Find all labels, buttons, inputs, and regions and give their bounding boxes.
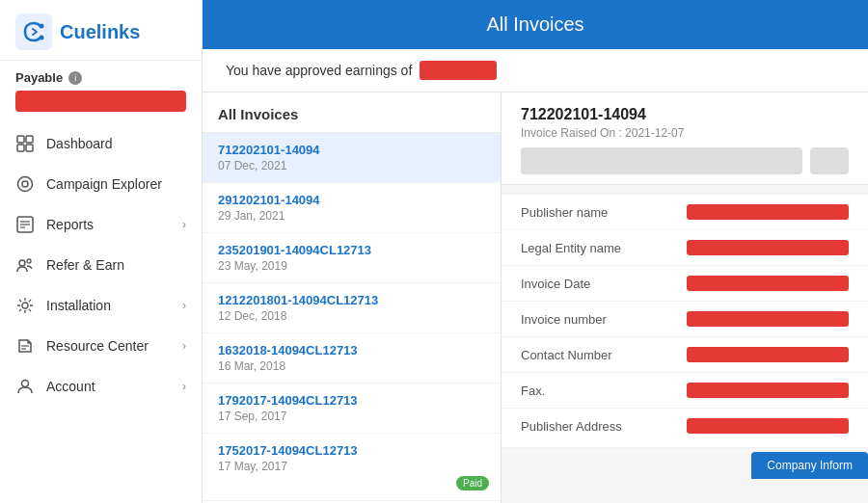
field-value-contact-number — [687, 347, 849, 362]
svg-point-15 — [22, 303, 28, 308]
invoice-date-2: 23 May, 2019 — [218, 259, 485, 273]
svg-rect-0 — [15, 13, 52, 50]
field-value-publisher-address — [687, 418, 849, 434]
svg-point-7 — [18, 177, 33, 192]
account-icon — [15, 377, 35, 396]
invoice-item-2[interactable]: 235201901-14094CL12713 23 May, 2019 — [203, 233, 501, 283]
detail-invoice-number: 712202101-14094 — [521, 106, 849, 123]
sidebar-item-reports[interactable]: Reports › — [0, 204, 202, 245]
invoice-date-5: 17 Sep, 2017 — [218, 410, 485, 423]
invoice-date-3: 12 Dec, 2018 — [218, 309, 485, 323]
field-value-invoice-date — [687, 276, 849, 291]
main-content: All Invoices You have approved earnings … — [203, 0, 868, 503]
invoice-item-3[interactable]: 1212201801-14094CL12713 12 Dec, 2018 — [203, 283, 501, 333]
invoice-number-5: 1792017-14094CL12713 — [218, 393, 485, 408]
payable-amount-redacted — [15, 91, 186, 112]
two-panel: All Invoices 712202101-14094 07 Dec, 202… — [203, 93, 868, 503]
svg-rect-6 — [26, 145, 33, 151]
field-label-contact-number: Contact Number — [521, 348, 675, 362]
invoice-number-6: 1752017-14094CL12713 — [218, 443, 485, 458]
sidebar-logo: Cuelinks — [0, 0, 202, 61]
sidebar-item-refer-label: Refer & Earn — [46, 257, 124, 273]
detail-fields: Publisher name Legal Entity name Invoice… — [502, 195, 868, 448]
payable-label: Payable — [15, 70, 63, 85]
field-row-invoice-number: Invoice number — [502, 302, 868, 337]
sidebar-item-installation[interactable]: Installation › — [0, 285, 202, 326]
payable-info-icon[interactable]: i — [68, 71, 82, 85]
sidebar: Cuelinks Payable i Dashboard — [0, 0, 203, 503]
field-label-publisher-name: Publisher name — [521, 205, 675, 220]
resource-icon — [15, 336, 35, 356]
sidebar-navigation: Dashboard Campaign Explorer — [0, 119, 202, 503]
invoice-item-1[interactable]: 291202101-14094 29 Jan, 2021 — [203, 183, 501, 233]
sidebar-item-resource-center[interactable]: Resource Center › — [0, 326, 202, 366]
detail-redacted-bar-2 — [810, 147, 849, 174]
field-label-invoice-number: Invoice number — [521, 312, 675, 327]
cuelinks-logo-icon — [15, 13, 52, 50]
field-label-fax: Fax. — [521, 384, 675, 398]
detail-redacted-bar-1 — [521, 147, 802, 174]
sidebar-item-campaign-label: Campaign Explorer — [46, 176, 162, 192]
sidebar-item-dashboard[interactable]: Dashboard — [0, 123, 202, 164]
invoice-list-header: All Invoices — [203, 93, 501, 133]
sidebar-item-reports-label: Reports — [46, 217, 94, 232]
installation-icon — [15, 296, 35, 315]
svg-point-2 — [40, 36, 44, 40]
field-label-invoice-date: Invoice Date — [521, 277, 675, 291]
invoice-item-6[interactable]: 1752017-14094CL12713 17 May, 2017 Paid — [203, 434, 501, 501]
invoice-date-4: 16 Mar, 2018 — [218, 359, 485, 373]
resource-chevron-icon: › — [182, 339, 186, 353]
sidebar-item-refer-earn[interactable]: Refer & Earn — [0, 245, 202, 285]
campaign-icon — [15, 174, 35, 194]
invoice-number-1: 291202101-14094 — [218, 193, 485, 207]
svg-point-14 — [27, 259, 31, 263]
invoice-list-scroll: 712202101-14094 07 Dec, 2021 291202101-1… — [203, 133, 501, 503]
invoice-item-5[interactable]: 1792017-14094CL12713 17 Sep, 2017 — [203, 384, 501, 434]
svg-rect-4 — [26, 136, 33, 143]
svg-point-13 — [19, 260, 25, 266]
account-chevron-icon: › — [182, 380, 186, 393]
svg-rect-3 — [17, 136, 24, 143]
sidebar-item-installation-label: Installation — [46, 298, 111, 313]
app-logo-text: Cuelinks — [60, 21, 140, 43]
installation-chevron-icon: › — [182, 299, 186, 312]
earnings-bar: You have approved earnings of — [203, 49, 868, 93]
invoice-number-0: 712202101-14094 — [218, 143, 485, 157]
svg-point-1 — [40, 24, 44, 29]
svg-point-8 — [22, 181, 28, 187]
invoice-date-6: 17 May, 2017 — [218, 460, 485, 473]
field-label-publisher-address: Publisher Address — [521, 419, 675, 434]
refer-icon — [15, 255, 35, 275]
field-row-invoice-date: Invoice Date — [502, 266, 868, 302]
detail-header: 712202101-14094 Invoice Raised On : 2021… — [502, 93, 868, 185]
invoice-item-0[interactable]: 712202101-14094 07 Dec, 2021 — [203, 133, 501, 183]
invoice-list-panel: All Invoices 712202101-14094 07 Dec, 202… — [203, 93, 502, 503]
content-area: You have approved earnings of All Invoic… — [203, 49, 868, 503]
detail-invoice-date: Invoice Raised On : 2021-12-07 — [521, 126, 849, 140]
field-value-legal-entity — [687, 240, 849, 255]
earnings-amount-redacted — [420, 61, 497, 80]
payable-section: Payable i — [0, 61, 202, 91]
invoice-item-4[interactable]: 1632018-14094CL12713 16 Mar, 2018 — [203, 333, 501, 384]
field-value-fax — [687, 383, 849, 398]
svg-rect-5 — [17, 145, 24, 151]
company-inform-button[interactable]: Company Inform — [751, 452, 868, 479]
field-row-publisher-name: Publisher name — [502, 195, 868, 230]
reports-icon — [15, 215, 35, 234]
invoice-number-4: 1632018-14094CL12713 — [218, 343, 485, 357]
invoice-number-2: 235201901-14094CL12713 — [218, 243, 485, 257]
field-row-legal-entity: Legal Entity name — [502, 230, 868, 266]
svg-point-18 — [22, 381, 29, 387]
invoice-badge-paid: Paid — [456, 476, 489, 490]
sidebar-item-account-label: Account — [46, 379, 95, 394]
invoice-detail-panel: 712202101-14094 Invoice Raised On : 2021… — [502, 93, 868, 503]
sidebar-item-account[interactable]: Account › — [0, 366, 202, 407]
field-label-legal-entity: Legal Entity name — [521, 241, 675, 255]
dashboard-icon — [15, 134, 35, 153]
field-row-fax: Fax. — [502, 373, 868, 409]
invoice-date-0: 07 Dec, 2021 — [218, 159, 485, 172]
page-title: All Invoices — [486, 13, 583, 35]
sidebar-item-campaign-explorer[interactable]: Campaign Explorer — [0, 164, 202, 204]
sidebar-item-resource-label: Resource Center — [46, 338, 149, 354]
reports-chevron-icon: › — [182, 218, 186, 231]
